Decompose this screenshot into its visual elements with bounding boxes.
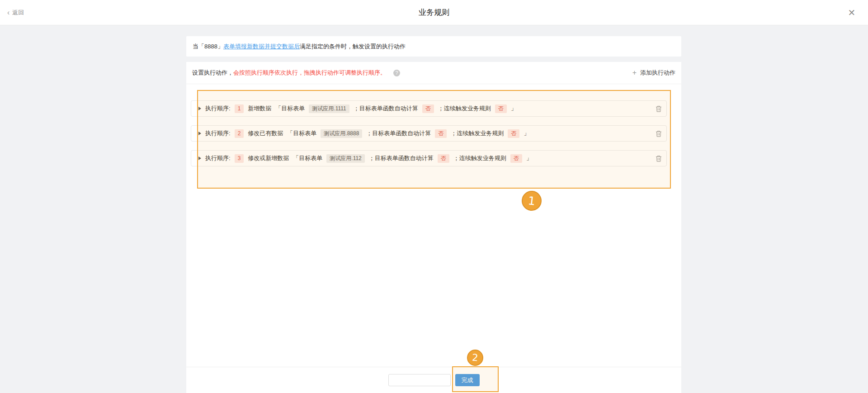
panel-footer: 完成	[186, 367, 681, 393]
condition-trigger-link[interactable]: 表单填报新数据并提交数据后	[223, 43, 300, 51]
done-button[interactable]: 完成	[455, 374, 480, 386]
expand-caret-icon[interactable]	[198, 107, 201, 110]
target-form-label: 「目标表单	[287, 129, 316, 137]
rules-list: 执行顺序: 1 新增数据 「目标表单 测试应用.1111 ；目标表单函数自动计算…	[186, 84, 681, 166]
actions-panel: 设置执行动作， 会按照执行顺序依次执行，拖拽执行动作可调整执行顺序。 ? + 添…	[186, 62, 681, 393]
trash-icon[interactable]	[656, 155, 662, 162]
target-form-badge: 测试应用.112	[326, 154, 364, 163]
add-action-label: 添加执行动作	[640, 69, 675, 77]
func-value-badge: 否	[435, 129, 447, 138]
expand-caret-icon[interactable]	[198, 132, 201, 135]
expand-caret-icon[interactable]	[198, 156, 201, 160]
chain-value-badge: 否	[510, 154, 522, 163]
chain-value-badge: 否	[495, 104, 507, 113]
func-label: ；目标表单函数自动计算	[369, 154, 434, 162]
func-value-badge: 否	[438, 154, 449, 163]
func-label: ；目标表单函数自动计算	[366, 129, 431, 137]
target-form-badge: 测试应用.8888	[321, 129, 362, 138]
chain-label: ；连续触发业务规则	[438, 104, 491, 113]
app-header: ‹ 返回 业务规则 ✕	[0, 0, 868, 25]
bracket-close: 」	[524, 129, 529, 137]
page-title: 业务规则	[0, 7, 868, 18]
bracket-close: 」	[526, 154, 532, 162]
chain-label: ；连续触发业务规则	[453, 154, 506, 162]
trash-icon[interactable]	[656, 105, 662, 112]
rule-row[interactable]: 执行顺序: 1 新增数据 「目标表单 测试应用.1111 ；目标表单函数自动计算…	[191, 100, 667, 117]
business-rules-page: ‹ 返回 业务规则 ✕ 当「8888」 表单填报新数据并提交数据后 满足指定的条…	[0, 0, 868, 393]
action-type: 修改已有数据	[248, 129, 283, 137]
condition-suffix: 满足指定的条件时，触发设置的执行动作	[300, 43, 406, 51]
help-icon[interactable]: ?	[393, 70, 400, 76]
chain-label: ；连续触发业务规则	[451, 129, 504, 137]
order-badge: 2	[235, 129, 244, 138]
func-value-badge: 否	[422, 104, 434, 113]
condition-banner: 当「8888」 表单填报新数据并提交数据后 满足指定的条件时，触发设置的执行动作	[186, 36, 681, 57]
actions-title: 设置执行动作，	[192, 69, 233, 77]
rule-row[interactable]: 执行顺序: 3 修改或新增数据 「目标表单 测试应用.112 ；目标表单函数自动…	[191, 150, 667, 166]
actions-title-warning: 会按照执行顺序依次执行，拖拽执行动作可调整执行顺序。	[233, 69, 386, 77]
add-action-button[interactable]: + 添加执行动作	[632, 69, 675, 77]
close-icon[interactable]: ✕	[845, 6, 858, 19]
action-type: 修改或新增数据	[248, 154, 289, 162]
bracket-close: 」	[511, 104, 517, 113]
order-label: 执行顺序:	[205, 154, 231, 162]
target-form-badge: 测试应用.1111	[309, 104, 349, 113]
actions-panel-header: 设置执行动作， 会按照执行顺序依次执行，拖拽执行动作可调整执行顺序。 ? + 添…	[186, 62, 681, 84]
trash-icon[interactable]	[656, 130, 662, 137]
order-badge: 3	[235, 154, 244, 163]
order-label: 执行顺序:	[205, 129, 231, 137]
func-label: ；目标表单函数自动计算	[354, 104, 418, 113]
action-type: 新增数据	[248, 104, 271, 113]
condition-prefix: 当「8888」	[193, 43, 223, 51]
rule-row[interactable]: 执行顺序: 2 修改已有数据 「目标表单 测试应用.8888 ；目标表单函数自动…	[191, 125, 667, 142]
target-form-label: 「目标表单	[293, 154, 322, 162]
target-form-label: 「目标表单	[275, 104, 305, 113]
order-label: 执行顺序:	[205, 104, 231, 113]
cancel-button[interactable]	[388, 374, 451, 386]
order-badge: 1	[235, 104, 244, 113]
chain-value-badge: 否	[508, 129, 519, 138]
plus-icon: +	[632, 69, 637, 76]
